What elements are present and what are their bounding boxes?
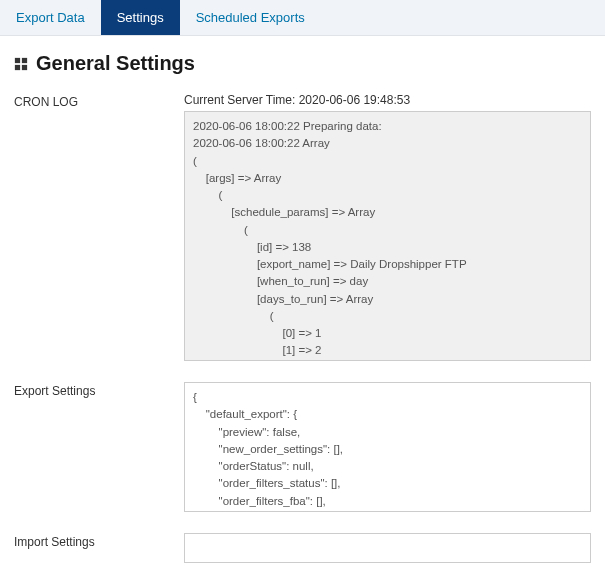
tab-settings[interactable]: Settings (101, 0, 180, 35)
export-settings-textarea[interactable] (184, 382, 591, 512)
svg-rect-2 (15, 64, 20, 69)
cron-log-label: CRON LOG (14, 93, 184, 109)
page-title: General Settings (36, 52, 195, 75)
tab-export-data[interactable]: Export Data (0, 0, 101, 35)
cron-log-row: CRON LOG Current Server Time: 2020-06-06… (14, 93, 591, 364)
tab-scheduled-exports[interactable]: Scheduled Exports (180, 0, 321, 35)
svg-rect-3 (22, 64, 27, 69)
svg-rect-1 (22, 57, 27, 62)
export-settings-row: Export Settings (14, 382, 591, 515)
settings-body: CRON LOG Current Server Time: 2020-06-06… (0, 85, 605, 567)
svg-rect-0 (15, 57, 20, 62)
import-settings-row: Import Settings (14, 533, 591, 566)
import-settings-textarea[interactable] (184, 533, 591, 563)
server-time: Current Server Time: 2020-06-06 19:48:53 (184, 93, 591, 107)
import-settings-label: Import Settings (14, 533, 184, 549)
settings-icon (14, 57, 28, 71)
cron-log-textarea[interactable] (184, 111, 591, 361)
tab-bar: Export Data Settings Scheduled Exports (0, 0, 605, 36)
export-settings-label: Export Settings (14, 382, 184, 398)
page-header: General Settings (0, 36, 605, 85)
